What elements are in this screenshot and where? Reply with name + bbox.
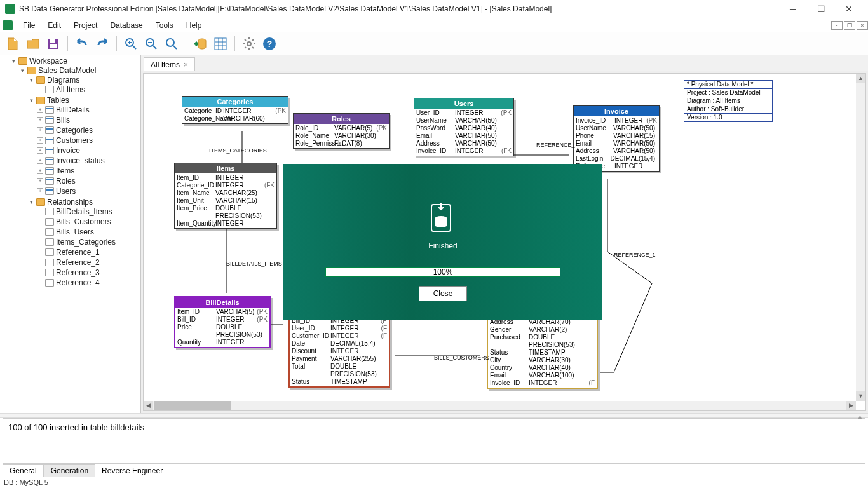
collapse-icon[interactable]: ▾ (28, 77, 34, 83)
entity-items[interactable]: Items Item_IDINTEGERCategorie_IDINTEGER(… (174, 163, 277, 229)
zoom-out-button[interactable] (142, 35, 160, 53)
table-icon (45, 147, 54, 154)
new-button[interactable] (4, 35, 22, 53)
collapse-icon[interactable]: ▾ (10, 58, 17, 64)
zoom-in-button[interactable] (122, 35, 140, 53)
menu-edit[interactable]: Edit (41, 20, 67, 31)
menu-project[interactable]: Project (67, 20, 104, 31)
tree-table-item[interactable]: +Bills (37, 115, 139, 125)
database-import-icon (428, 202, 458, 239)
collapse-icon[interactable]: ▾ (28, 199, 34, 205)
tree-relationship-item[interactable]: Reference_3 (37, 268, 139, 278)
horizontal-scrollbar[interactable]: ◀▶ (144, 401, 856, 410)
entity-customers[interactable]: AddressVARCHAR(70)GenderVARCHAR(2)Purcha… (487, 316, 598, 389)
maximize-button[interactable]: ☐ (807, 0, 835, 18)
tree-relationship-item[interactable]: Bills_Users (37, 227, 139, 237)
tab-reverse-engineer[interactable]: Reverse Engineer (95, 465, 169, 477)
tree-project[interactable]: Sales DataModel (38, 66, 96, 75)
expand-icon[interactable]: + (37, 137, 43, 144)
tree-relationship-item[interactable]: BillDetails_Items (37, 207, 139, 217)
minimize-button[interactable]: ─ (779, 0, 807, 18)
relationship-icon (45, 208, 54, 215)
menu-help[interactable]: Help (180, 20, 208, 31)
mdi-minimize-icon[interactable]: - (831, 21, 843, 30)
expand-icon[interactable]: + (37, 107, 43, 113)
menu-file[interactable]: File (17, 20, 41, 31)
tree-table-item[interactable]: +Users (37, 186, 139, 196)
table-icon (45, 167, 54, 175)
expand-icon[interactable]: + (37, 158, 43, 164)
expand-icon[interactable]: + (37, 168, 43, 174)
expand-icon[interactable]: + (37, 127, 43, 133)
splitter[interactable]: ·········▲ (0, 413, 868, 418)
tree-relationship-item[interactable]: Items_Categories (37, 237, 139, 247)
entity-bills[interactable]: Bill_IDINTEGER(PUser_IDINTEGER(FCustomer… (288, 315, 390, 388)
tab-general[interactable]: General (3, 464, 44, 477)
tree-workspace[interactable]: Workspace (29, 57, 67, 65)
tree-relationship-item[interactable]: Reference_4 (37, 278, 139, 288)
entity-categories[interactable]: Categories Categorie_IDINTEGER(PKCategor… (182, 96, 288, 124)
menu-database[interactable]: Database (104, 20, 149, 31)
expand-icon[interactable]: + (37, 117, 43, 123)
save-button[interactable] (44, 35, 62, 53)
grid-button[interactable] (212, 35, 229, 53)
settings-button[interactable] (240, 35, 258, 53)
tab-generation[interactable]: Generation (44, 464, 95, 477)
close-button[interactable]: ✕ (835, 0, 863, 18)
collapse-icon[interactable]: ▾ (28, 97, 34, 104)
mdi-close-icon[interactable]: × (857, 21, 868, 30)
close-dialog-button[interactable]: Close (419, 286, 468, 301)
relationship-icon (45, 218, 54, 226)
entity-users[interactable]: Users User_IDINTEGER(PKUserNameVARCHAR(5… (414, 98, 514, 156)
tree-relationships[interactable]: Relationships (47, 198, 93, 207)
diagram-canvas[interactable]: Categories Categorie_IDINTEGER(PKCategor… (143, 73, 866, 411)
tree-table-item[interactable]: +Items (37, 166, 139, 176)
undo-button[interactable] (73, 35, 91, 53)
entity-invoice[interactable]: Invoice Invoice_IDINTEGER(PKUserNameVARC… (573, 105, 660, 172)
entity-roles[interactable]: Roles Role_IDVARCHAR(5)(PKRole_NameVARCH… (293, 113, 390, 149)
zoom-fit-button[interactable] (163, 35, 180, 53)
expand-icon[interactable]: + (37, 178, 43, 184)
title-bar: SB Data Generator Professional Edition [… (0, 0, 868, 18)
tree-table-item[interactable]: +Roles (37, 176, 139, 186)
editor-tabs: All Items × (141, 55, 868, 71)
menu-tools[interactable]: Tools (149, 20, 180, 31)
vertical-scrollbar[interactable]: ▲▼ (856, 74, 865, 401)
tree-table-item[interactable]: +BillDetails (37, 105, 139, 115)
svg-point-4 (166, 39, 174, 46)
expand-icon[interactable]: + (37, 147, 43, 154)
tree-table-item[interactable]: +Invoice (37, 146, 139, 156)
svg-rect-0 (50, 39, 55, 43)
svg-point-7 (247, 42, 251, 46)
progress-dialog: Finished 100% Close (283, 164, 602, 320)
table-icon (45, 177, 54, 185)
tree-table-item[interactable]: +Categories (37, 125, 139, 135)
collapse-icon[interactable]: ▾ (19, 67, 25, 74)
tab-all-items[interactable]: All Items × (144, 57, 195, 71)
table-icon (45, 116, 54, 124)
mdi-restore-icon[interactable]: ❐ (844, 21, 855, 30)
open-button[interactable] (24, 35, 42, 53)
tree-relationship-item[interactable]: Reference_1 (37, 247, 139, 257)
toolbar: ? (0, 32, 868, 55)
tree-tables[interactable]: Tables (47, 96, 69, 105)
close-tab-icon[interactable]: × (184, 60, 188, 69)
tree-table-item[interactable]: +Invoice_status (37, 156, 139, 166)
relationship-icon (45, 279, 54, 287)
workspace-tree[interactable]: ▾Workspace ▾Sales DataModel ▾Diagrams Al… (0, 55, 141, 413)
tree-all-items[interactable]: All Items (56, 85, 85, 94)
tree-diagrams[interactable]: Diagrams (47, 76, 79, 85)
rel-label: REFERENCE_ (536, 142, 575, 148)
folder-icon (36, 198, 45, 206)
tree-table-item[interactable]: +Customers (37, 135, 139, 146)
redo-button[interactable] (93, 35, 111, 53)
entity-billdetails[interactable]: BillDetails Item_IDVARCHAR(5)(PKBill_IDI… (174, 296, 271, 348)
expand-icon[interactable]: + (37, 188, 43, 194)
progress-bar: 100% (325, 267, 560, 277)
help-button[interactable]: ? (261, 35, 278, 53)
tree-relationship-item[interactable]: Bills_Customers (37, 217, 139, 227)
relationship-icon (45, 248, 54, 256)
relationship-icon (45, 238, 54, 246)
tree-relationship-item[interactable]: Reference_2 (37, 257, 139, 268)
import-db-button[interactable] (191, 35, 209, 53)
